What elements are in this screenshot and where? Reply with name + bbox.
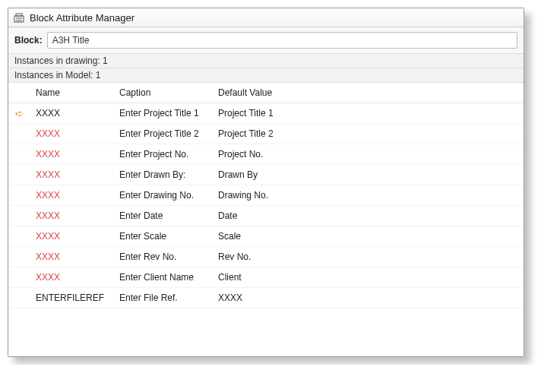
cell-default: Project Title 1 bbox=[212, 103, 524, 124]
row-indicator bbox=[8, 144, 30, 165]
col-default[interactable]: Default Value bbox=[212, 83, 524, 103]
cell-name: XXXX bbox=[30, 206, 113, 226]
col-name[interactable]: Name bbox=[30, 83, 113, 103]
attribute-table-area: Name Caption Default Value ➪XXXXEnter Pr… bbox=[8, 83, 524, 356]
row-indicator bbox=[8, 226, 30, 247]
cell-caption: Enter Project Title 1 bbox=[113, 103, 212, 124]
row-indicator bbox=[8, 288, 30, 308]
cell-caption: Enter Date bbox=[113, 206, 212, 226]
cell-name: XXXX bbox=[30, 185, 113, 206]
col-caption[interactable]: Caption bbox=[113, 83, 212, 103]
block-input[interactable] bbox=[47, 32, 517, 49]
cell-name: XXXX bbox=[30, 144, 113, 165]
row-indicator bbox=[8, 247, 30, 267]
block-attribute-manager-window: Block Attribute Manager Block: Instances… bbox=[8, 8, 524, 357]
col-indicator[interactable] bbox=[8, 83, 30, 103]
block-row: Block: bbox=[8, 27, 524, 54]
cell-default: Project No. bbox=[212, 144, 524, 165]
cell-caption: Enter Project No. bbox=[113, 144, 212, 165]
block-label: Block: bbox=[14, 35, 43, 46]
cell-default: Drawing No. bbox=[212, 185, 524, 206]
instances-in-drawing: Instances in drawing: 1 bbox=[8, 54, 524, 68]
svg-rect-1 bbox=[16, 14, 22, 16]
cell-default: Drawn By bbox=[212, 165, 524, 185]
row-indicator bbox=[8, 267, 30, 288]
cell-name: XXXX bbox=[30, 103, 113, 124]
row-indicator bbox=[8, 185, 30, 206]
cell-name: XXXX bbox=[30, 124, 113, 144]
cell-caption: Enter File Ref. bbox=[113, 288, 212, 308]
cell-name: XXXX bbox=[30, 226, 113, 247]
table-row[interactable]: ENTERFILEREFEnter File Ref.XXXX bbox=[8, 288, 524, 308]
attribute-table: Name Caption Default Value ➪XXXXEnter Pr… bbox=[8, 83, 524, 308]
row-indicator bbox=[8, 206, 30, 226]
table-row[interactable]: XXXXEnter Drawn By:Drawn By bbox=[8, 165, 524, 185]
row-indicator: ➪ bbox=[8, 103, 30, 124]
cell-caption: Enter Drawing No. bbox=[113, 185, 212, 206]
table-row[interactable]: ➪XXXXEnter Project Title 1Project Title … bbox=[8, 103, 524, 124]
cell-default: Rev No. bbox=[212, 247, 524, 267]
row-indicator bbox=[8, 124, 30, 144]
row-indicator bbox=[8, 165, 30, 185]
cell-name: XXXX bbox=[30, 247, 113, 267]
instances-in-model: Instances in Model: 1 bbox=[8, 68, 524, 83]
cell-name: ENTERFILEREF bbox=[30, 288, 113, 308]
window-title: Block Attribute Manager bbox=[30, 12, 134, 24]
cell-caption: Enter Client Name bbox=[113, 267, 212, 288]
table-row[interactable]: XXXXEnter DateDate bbox=[8, 206, 524, 226]
table-row[interactable]: XXXXEnter Rev No.Rev No. bbox=[8, 247, 524, 267]
cell-name: XXXX bbox=[30, 267, 113, 288]
cell-name: XXXX bbox=[30, 165, 113, 185]
table-row[interactable]: XXXXEnter Project No.Project No. bbox=[8, 144, 524, 165]
cell-default: Client bbox=[212, 267, 524, 288]
cell-default: Project Title 2 bbox=[212, 124, 524, 144]
app-icon bbox=[13, 11, 25, 24]
cell-caption: Enter Drawn By: bbox=[113, 165, 212, 185]
cell-default: Scale bbox=[212, 226, 524, 247]
cell-caption: Enter Rev No. bbox=[113, 247, 212, 267]
titlebar: Block Attribute Manager bbox=[8, 8, 524, 27]
cell-caption: Enter Scale bbox=[113, 226, 212, 247]
current-row-arrow-icon: ➪ bbox=[15, 108, 24, 119]
cell-caption: Enter Project Title 2 bbox=[113, 124, 212, 144]
table-row[interactable]: XXXXEnter Client NameClient bbox=[8, 267, 524, 288]
cell-default: XXXX bbox=[212, 288, 524, 308]
table-row[interactable]: XXXXEnter Drawing No.Drawing No. bbox=[8, 185, 524, 206]
svg-rect-0 bbox=[14, 16, 24, 22]
table-row[interactable]: XXXXEnter Project Title 2Project Title 2 bbox=[8, 124, 524, 144]
cell-default: Date bbox=[212, 206, 524, 226]
table-row[interactable]: XXXXEnter ScaleScale bbox=[8, 226, 524, 247]
